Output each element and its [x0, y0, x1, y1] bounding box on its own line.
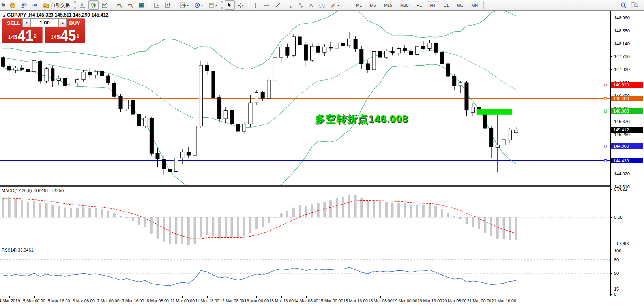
macd-histogram-bar: [113, 214, 115, 217]
signal-button[interactable]: [30, 0, 40, 10]
candle-body: [421, 46, 425, 49]
text-button[interactable]: A: [306, 0, 316, 10]
price-axis[interactable]: 148.960148.550148.140147.730147.320146.9…: [610, 11, 644, 296]
macd-histogram-bar: [107, 211, 109, 217]
time-tick-mark: [306, 296, 307, 298]
autotrading-button[interactable]: 自动交易: [41, 0, 72, 10]
chat-button[interactable]: [629, 0, 640, 10]
rsi-pane[interactable]: [0, 246, 610, 296]
macd-histogram-bar: [144, 217, 146, 227]
volume-input[interactable]: [31, 18, 58, 27]
bars-chart-button[interactable]: [77, 0, 88, 10]
templates-button[interactable]: ▾: [206, 0, 219, 10]
candle-body: [137, 114, 141, 126]
timeframe-m30[interactable]: M30: [397, 1, 412, 9]
candle-body: [205, 65, 209, 71]
candles-chart-icon: [90, 2, 97, 8]
macd-histogram-bar: [490, 217, 492, 236]
chart-shift-button[interactable]: [163, 0, 173, 10]
candle-body: [32, 61, 36, 72]
candle-body: [7, 66, 11, 70]
vertical-line-button[interactable]: [251, 0, 261, 10]
trendline-button[interactable]: [273, 0, 283, 10]
macd-histogram-bar: [21, 201, 22, 217]
crosshair-button[interactable]: [236, 0, 246, 10]
collapse-marker-icon[interactable]: ▲: [2, 13, 6, 17]
level-drag-handle[interactable]: [604, 145, 607, 147]
dropdown-caret-icon: ▾: [201, 4, 203, 7]
timeframe-mn[interactable]: MN: [468, 1, 481, 9]
macd-histogram-bar: [274, 217, 276, 218]
candle-body: [490, 128, 493, 147]
toolbar-grip[interactable]: [221, 1, 223, 9]
candle-body: [75, 80, 79, 83]
candle-body: [316, 46, 320, 52]
macd-histogram-bar: [132, 217, 134, 221]
candles-chart-button[interactable]: [88, 0, 99, 10]
macd-histogram-bar: [150, 217, 152, 233]
search-button[interactable]: [618, 0, 629, 10]
journal-button[interactable]: [7, 0, 18, 10]
candle-body: [14, 68, 17, 70]
candle-body: [199, 65, 203, 126]
macd-histogram-bar: [367, 201, 369, 217]
one-click-trading-panel: SELL 145412 BUY 145451 ▼ ▲: [2, 18, 85, 43]
tile-windows-button[interactable]: [137, 0, 147, 10]
indicators-button[interactable]: ▾: [178, 0, 191, 10]
label-icon: T: [319, 2, 325, 8]
caret-down-icon: ▼: [25, 21, 28, 24]
timeframe-h1[interactable]: H1: [413, 1, 425, 9]
cursor-button[interactable]: [225, 0, 235, 10]
timeframe-d1[interactable]: D1: [440, 1, 453, 9]
community-button[interactable]: [19, 0, 29, 10]
fibonacci-button[interactable]: F: [295, 0, 305, 10]
level-drag-handle[interactable]: [604, 97, 607, 100]
line-chart-button[interactable]: [99, 0, 110, 10]
time-axis[interactable]: 4 Mar 20195 Mar 00:005 Mar 16:006 Mar 08…: [0, 296, 644, 308]
candle-body: [236, 124, 240, 131]
candle-body: [156, 153, 159, 159]
candle-body: [2, 58, 5, 66]
zoom-out-button[interactable]: [125, 0, 136, 10]
timeframe-m15[interactable]: M15: [380, 1, 396, 9]
price-tick-label: 148.140: [614, 41, 630, 46]
candle-body: [162, 159, 166, 169]
rsi-tick-label: 0: [614, 292, 616, 297]
volume-decrease-button[interactable]: ▼: [22, 18, 31, 27]
macd-tick-mark: [611, 244, 612, 244]
level-drag-handle[interactable]: [604, 110, 607, 112]
candle-body: [397, 49, 401, 53]
zoom-in-button[interactable]: [114, 0, 125, 10]
macd-histogram-bar: [435, 206, 437, 217]
macd-histogram-bar: [509, 217, 511, 240]
time-tick-mark: [331, 296, 331, 298]
periods-button[interactable]: ▾: [192, 0, 205, 10]
channel-icon: E: [286, 2, 292, 8]
timeframe-m1[interactable]: M1: [352, 1, 365, 9]
zoom-out-icon: [127, 2, 134, 8]
volume-increase-button[interactable]: ▲: [58, 18, 67, 27]
channel-button[interactable]: E: [284, 0, 294, 10]
horizontal-line-button[interactable]: [262, 0, 272, 10]
price-tick-mark: [611, 18, 612, 18]
macd-pane[interactable]: [0, 187, 610, 245]
price-tick-label: 145.260: [614, 132, 630, 137]
level-drag-handle[interactable]: [604, 84, 607, 86]
timeframe-w1[interactable]: W1: [453, 1, 467, 9]
level-drag-handle[interactable]: [604, 160, 607, 162]
label-button[interactable]: T: [317, 0, 327, 10]
time-tick-mark: [356, 296, 356, 298]
tile-windows-icon: [139, 2, 145, 8]
timeframe-h4[interactable]: H4: [427, 1, 439, 9]
timeframe-m5[interactable]: M5: [366, 1, 379, 9]
candle-body: [107, 76, 110, 83]
candle-body: [391, 51, 394, 53]
new-order-button-partial[interactable]: 单: [1, 2, 6, 9]
time-tick-mark: [133, 296, 133, 298]
main-chart-pane[interactable]: [0, 11, 610, 185]
ask-big-digits: 45: [60, 30, 76, 42]
arrows-button[interactable]: ▾: [328, 0, 341, 10]
auto-scroll-button[interactable]: [152, 0, 162, 10]
macd-histogram-bar: [280, 214, 282, 217]
toolbar-grip[interactable]: [74, 1, 76, 9]
